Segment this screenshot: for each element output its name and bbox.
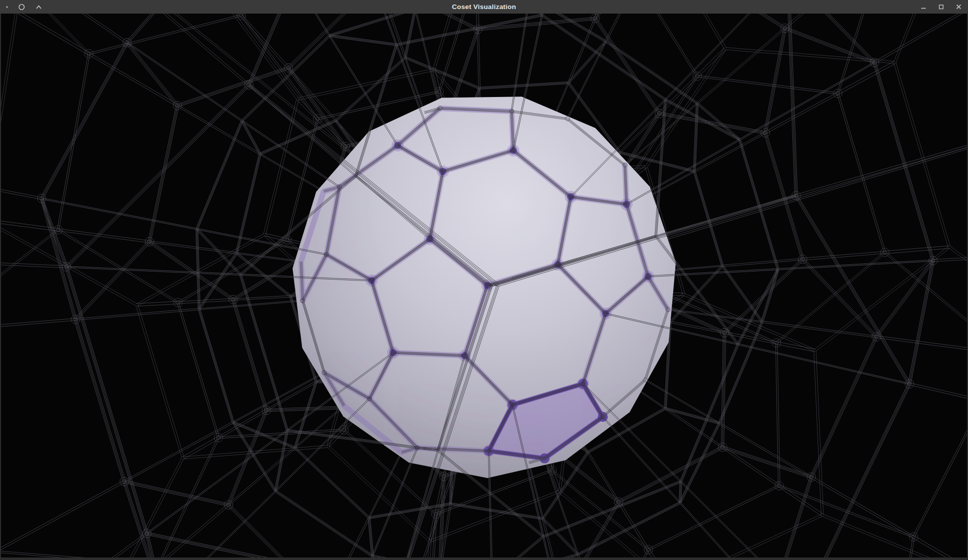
window-title: Coset Visualization — [0, 0, 968, 14]
viewport-3d[interactable] — [0, 14, 968, 560]
titlebar[interactable]: Coset Visualization — [0, 0, 968, 14]
app-window: { "window": { "title": "Coset Visualizat… — [0, 0, 968, 560]
minimize-icon[interactable] — [920, 4, 927, 10]
maximize-icon[interactable] — [938, 4, 944, 10]
close-icon[interactable] — [955, 4, 962, 10]
coset-graph-canvas[interactable] — [1, 14, 967, 557]
window-controls — [909, 0, 962, 14]
